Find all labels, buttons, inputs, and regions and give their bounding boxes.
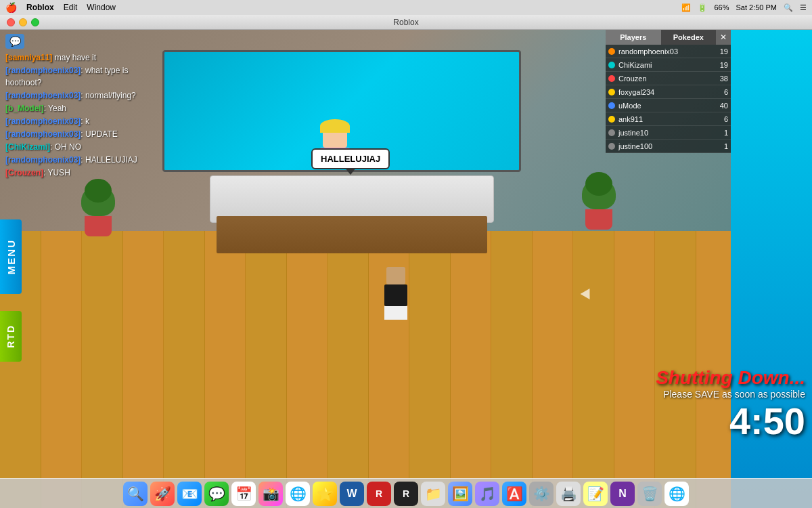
dock-syspreferences[interactable]: ⚙️ bbox=[529, 482, 554, 506]
player-row[interactable]: uMode 40 bbox=[606, 99, 731, 112]
player-row[interactable]: foxygal234 6 bbox=[606, 85, 731, 99]
plant-left bbox=[81, 186, 115, 236]
dock-word[interactable]: W bbox=[340, 482, 364, 506]
player-row[interactable]: justine100 1 bbox=[606, 140, 731, 153]
npc-hair bbox=[320, 119, 350, 133]
player-list: randomphoenix03 19 ChiKizami 19 Crouzen … bbox=[606, 45, 731, 153]
edit-menu[interactable]: Edit bbox=[64, 3, 78, 12]
dock-itunes[interactable]: 🎵 bbox=[475, 482, 499, 506]
window-title: Roblox bbox=[393, 18, 418, 27]
player-row[interactable]: ank911 6 bbox=[606, 112, 731, 126]
chat-messages: [samniya11] may have it [randomphoenix03… bbox=[5, 51, 157, 179]
clock: Sat 2:50 PM bbox=[736, 3, 777, 12]
player-body bbox=[384, 284, 407, 306]
window-chrome: Roblox bbox=[0, 15, 812, 30]
player-row[interactable]: ChiKizami 19 bbox=[606, 58, 731, 72]
dock-mail[interactable]: 📧 bbox=[177, 482, 202, 506]
dock-messages[interactable]: 💬 bbox=[204, 482, 229, 506]
dock-files[interactable]: 📁 bbox=[421, 482, 445, 506]
maximize-button[interactable] bbox=[31, 18, 39, 26]
dock-finder[interactable]: 🔍 bbox=[123, 482, 148, 506]
chat-message-8: [randomphoenix03]: HALLELUJIAJ bbox=[5, 154, 157, 166]
dock-calendar[interactable]: 📅 bbox=[231, 482, 256, 506]
countdown-timer: 4:50 bbox=[656, 402, 805, 440]
dock-roblox1[interactable]: R bbox=[367, 482, 391, 506]
close-players-button[interactable]: ✕ bbox=[716, 30, 731, 45]
dock-appstore[interactable]: 🅰️ bbox=[502, 482, 526, 506]
dock-photos[interactable]: 📸 bbox=[258, 482, 283, 506]
dock-preview[interactable]: 🖼️ bbox=[448, 482, 472, 506]
battery-status: 🔋 bbox=[698, 3, 707, 12]
chat-message-5: [randomphoenix03]: k bbox=[5, 115, 157, 127]
dock: 🔍 🚀 📧 💬 📅 📸 🌐 ⭐ W R R 📁 🖼️ 🎵 🅰️ ⚙️ 🖨️ 📝 … bbox=[0, 478, 812, 508]
dock-roblox2[interactable]: R bbox=[394, 482, 418, 506]
shutting-down-text: Shutting Down... bbox=[656, 367, 805, 389]
menu-button[interactable]: MENU bbox=[0, 219, 22, 294]
players-tab[interactable]: Players bbox=[606, 30, 661, 45]
app-name[interactable]: Roblox bbox=[26, 3, 54, 12]
chat-bubble-icon: 💬 bbox=[9, 36, 21, 47]
window-menu[interactable]: Window bbox=[87, 3, 116, 12]
pokedex-tab[interactable]: Pokedex bbox=[661, 30, 717, 45]
game-viewport: HALLELUJIAJ MENU RTD 💬 [samniya11] may h… bbox=[0, 30, 812, 508]
speech-bubble: HALLELUJIAJ bbox=[311, 148, 390, 169]
npc-head bbox=[323, 125, 347, 148]
minimize-button[interactable] bbox=[19, 18, 27, 26]
dock-chrome2[interactable]: 🌐 bbox=[664, 482, 689, 506]
player-row[interactable]: randomphoenix03 19 bbox=[606, 45, 731, 58]
rtd-button[interactable]: RTD bbox=[0, 311, 22, 362]
dock-onenote[interactable]: N bbox=[610, 482, 635, 506]
dock-notes[interactable]: 📝 bbox=[583, 482, 608, 506]
players-panel: Players Pokedex ✕ randomphoenix03 19 Chi… bbox=[606, 30, 731, 153]
plant-right bbox=[582, 179, 616, 230]
close-button[interactable] bbox=[7, 18, 15, 26]
dock-trash[interactable]: 🗑️ bbox=[637, 482, 662, 506]
dock-printer[interactable]: 🖨️ bbox=[556, 482, 581, 506]
chat-panel: 💬 [samniya11] may have it [randomphoenix… bbox=[0, 30, 162, 184]
mac-menubar: 🍎 Roblox Edit Window 📶 🔋 66% Sat 2:50 PM… bbox=[0, 0, 812, 15]
chat-message-4: [b_Model]: Yeah bbox=[5, 102, 157, 114]
player-head bbox=[386, 267, 405, 284]
chat-message-3: [randomphoenix03]: normal/flying? bbox=[5, 89, 157, 102]
game-scene: HALLELUJIAJ MENU RTD 💬 [samniya11] may h… bbox=[0, 30, 812, 508]
chat-icon[interactable]: 💬 bbox=[5, 34, 24, 49]
chat-message-1: [samniya11] may have it bbox=[5, 51, 157, 64]
player-row[interactable]: justine10 1 bbox=[606, 126, 731, 140]
battery-percent: 66% bbox=[714, 3, 729, 12]
player-character bbox=[379, 267, 413, 321]
search-icon[interactable]: 🔍 bbox=[784, 3, 793, 12]
chat-message-6: [randomphoenix03]: UPDATE bbox=[5, 128, 157, 140]
player-row[interactable]: Crouzen 38 bbox=[606, 72, 731, 85]
dock-superstar[interactable]: ⭐ bbox=[313, 482, 337, 506]
players-header: Players Pokedex ✕ bbox=[606, 30, 731, 45]
save-text: Please SAVE as soon as possible bbox=[656, 389, 805, 400]
wifi-status: 📶 bbox=[681, 3, 691, 12]
dock-launchpad[interactable]: 🚀 bbox=[150, 482, 175, 506]
chat-message-2: [randomphoenix03]: what type is hoothoot… bbox=[5, 64, 157, 89]
desk-front bbox=[217, 216, 487, 253]
chat-message-9: [Crouzen]: YUSH bbox=[5, 167, 157, 179]
apple-menu[interactable]: 🍎 bbox=[5, 2, 17, 13]
dock-chrome[interactable]: 🌐 bbox=[286, 482, 310, 506]
desk bbox=[210, 175, 494, 257]
player-legs bbox=[384, 306, 407, 320]
chat-message-7: [ChiKizami]: OH NO bbox=[5, 141, 157, 153]
control-icon[interactable]: ☰ bbox=[800, 3, 807, 12]
shutdown-overlay: Shutting Down... Please SAVE as soon as … bbox=[656, 367, 805, 440]
